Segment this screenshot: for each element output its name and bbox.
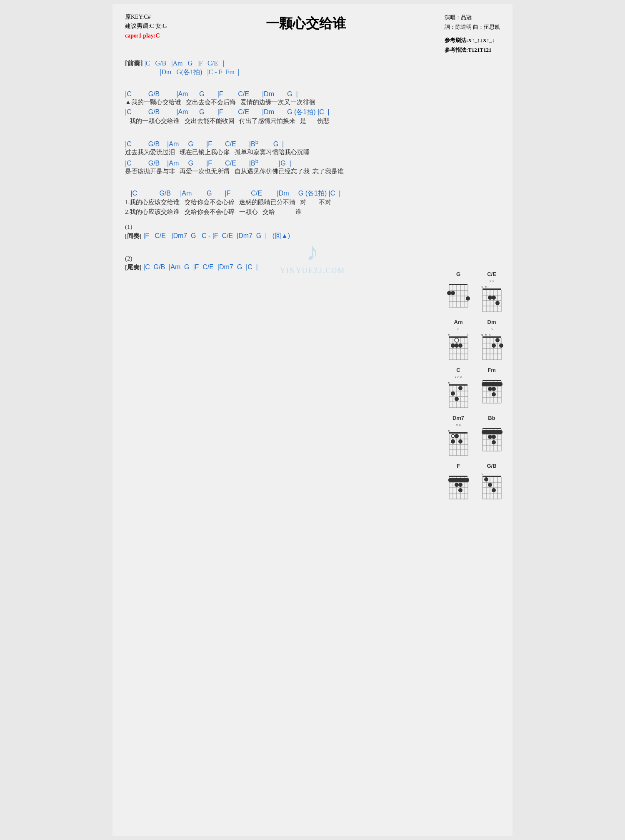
header-right: 演唱：品冠 詞：陈道明 曲：伍思凯 参考刷法:X↑_↑↓X↑_↓ 参考指法:T1…	[445, 13, 500, 55]
chord-Bb-grid	[479, 423, 504, 452]
svg-point-154	[488, 483, 492, 487]
svg-rect-30	[449, 336, 468, 338]
chord-F: F	[446, 463, 471, 500]
svg-point-13	[466, 296, 470, 301]
performer: 演唱：品冠	[445, 13, 500, 22]
intro-label: [前奏]	[125, 59, 143, 68]
svg-text:x: x	[448, 429, 450, 433]
svg-point-46	[458, 344, 462, 348]
svg-text:x: x	[448, 333, 450, 337]
svg-point-153	[484, 477, 488, 481]
svg-text:x: x	[485, 333, 487, 337]
verse1-chord2: |C G/B |Am G |F C/E |Dm G (各1拍) |C |	[125, 108, 500, 117]
svg-rect-91	[482, 382, 502, 386]
header: 原KEY:C# 建议男调:C 女:G capo:1 play:C 一颗心交给谁 …	[125, 13, 500, 55]
svg-point-78	[455, 397, 459, 401]
svg-point-155	[492, 488, 496, 492]
chord-Dm7-grid: x	[446, 427, 471, 456]
outro-chords: |C G/B |Am G |F C/E |Dm7 G |C |	[143, 263, 258, 271]
part2-label: (2)	[125, 255, 500, 262]
suggested-key: 建议男调:C 女:G	[125, 22, 167, 31]
svg-rect-137	[448, 478, 469, 482]
chord-Am-grid: x o	[446, 331, 471, 361]
svg-point-77	[451, 391, 455, 396]
svg-point-29	[495, 301, 500, 305]
header-left: 原KEY:C# 建议男调:C 女:G capo:1 play:C	[125, 13, 167, 55]
verse2-lyric2: 是否该抛开是与非 再爱一次也无所谓 自从遇见你仿佛已经忘了我 忘了我是谁	[125, 168, 500, 176]
chord-Fm-grid	[479, 375, 504, 404]
svg-text:o: o	[467, 333, 469, 337]
chord-Fm: Fm	[479, 367, 504, 409]
verse1-lyric2: 我的一颗心交给谁 交出去能不能收回 付出了感情只怕换来 是 伤悲	[125, 117, 500, 125]
svg-point-107	[451, 434, 455, 438]
svg-point-63	[495, 338, 500, 342]
svg-rect-111	[482, 428, 501, 429]
svg-point-140	[458, 488, 462, 492]
chord-CE-grid: x x	[479, 283, 504, 313]
outro-label: [尾奏]	[125, 263, 142, 271]
svg-point-139	[458, 483, 462, 487]
verse1-lyric1: ▲我的一颗心交给谁 交出去会不会后悔 爱情的边缘一次又一次徘徊	[125, 98, 500, 106]
svg-point-79	[458, 386, 462, 390]
chord-Dm: Dm o x x x o	[479, 319, 504, 361]
svg-point-92	[488, 387, 492, 391]
svg-rect-0	[449, 284, 468, 285]
svg-point-123	[488, 435, 492, 439]
chord-Dm-grid: x x x o	[479, 331, 504, 361]
svg-point-124	[492, 435, 496, 439]
chord-row-2: Am o x o	[446, 319, 504, 361]
verse2-chord2: |C G/B |Am G |F C/E |Bb |G |	[125, 158, 500, 167]
chorus-chord1: |C G/B |Am G |F C/E |Dm G (各1拍) |C |	[125, 189, 500, 198]
chord-F-grid	[446, 471, 471, 500]
svg-point-138	[455, 483, 459, 487]
verse2-lyric1: 过去我为爱流过泪 现在已锁上我心扉 孤单和寂寞习惯陪我心沉睡	[125, 148, 500, 156]
svg-text:x: x	[481, 472, 483, 476]
svg-text:x: x	[485, 285, 487, 289]
svg-point-125	[492, 440, 496, 444]
capo-info: capo:1 play:C	[125, 31, 167, 40]
original-key: 原KEY:C#	[125, 13, 167, 22]
verse2-chord1: |C G/B |Am G |F C/E |Bb G |	[125, 139, 500, 148]
chorus-lyric2: 2.我的心应该交给谁 交给你会不会心碎 一颗心 交给 谁	[125, 208, 500, 216]
fingering-pattern: 参考指法:T121T121	[445, 45, 500, 55]
svg-point-28	[492, 296, 496, 300]
svg-rect-122	[482, 430, 502, 434]
interlude-section: [间奏] |F C/E |Dm7 G C - |F C/E |Dm7 G | (…	[125, 232, 500, 241]
intro-section: [前奏] |C G/B |Am G |F C/E | |Dm G(各1拍) |C…	[125, 59, 500, 77]
chord-GB-grid: x	[479, 471, 504, 500]
svg-point-93	[492, 387, 496, 391]
chord-diagrams: G	[446, 271, 504, 500]
svg-point-110	[458, 439, 462, 444]
svg-point-11	[447, 291, 451, 295]
svg-rect-65	[449, 384, 468, 386]
chord-C-grid: x	[446, 379, 471, 409]
svg-point-44	[451, 344, 455, 348]
chord-row-1: G	[446, 271, 504, 313]
svg-point-43	[455, 338, 459, 342]
svg-text:o: o	[489, 333, 491, 337]
svg-rect-141	[482, 476, 501, 477]
chord-G: G	[446, 271, 471, 313]
verse1-chord1: |C G/B |Am G |F C/E |Dm G |	[125, 90, 500, 98]
chord-G-grid	[446, 279, 471, 308]
chord-row-5: F	[446, 463, 504, 500]
song-title: 一颗心交给谁	[167, 13, 445, 55]
svg-rect-126	[449, 476, 468, 477]
chord-CE: C/E x x x x	[479, 271, 504, 313]
chord-GB: G/B x	[479, 463, 504, 500]
interlude-label: [间奏]	[125, 232, 142, 240]
part1-label: (1)	[125, 223, 500, 231]
svg-point-64	[499, 344, 503, 348]
interlude-chords: |F C/E |Dm7 G C - |F C/E |Dm7 G | (回▲)	[143, 232, 290, 241]
svg-point-45	[455, 344, 459, 348]
credits: 詞：陈道明 曲：伍思凯	[445, 22, 500, 32]
intro-chords-1: |C G/B |Am G |F C/E |	[145, 60, 225, 67]
strum-pattern: 参考刷法:X↑_↑↓X↑_↓	[445, 35, 500, 45]
svg-point-27	[488, 296, 492, 300]
verse1-section: |C G/B |Am G |F C/E |Dm G | ▲我的一颗心交给谁 交出…	[125, 90, 500, 125]
svg-point-108	[451, 439, 455, 444]
svg-rect-95	[449, 432, 468, 434]
verse2-section: |C G/B |Am G |F C/E |Bb G | 过去我为爱流过泪 现在已…	[125, 139, 500, 176]
chord-Dm7: Dm7 x o x	[446, 415, 471, 456]
svg-text:x: x	[481, 285, 483, 289]
